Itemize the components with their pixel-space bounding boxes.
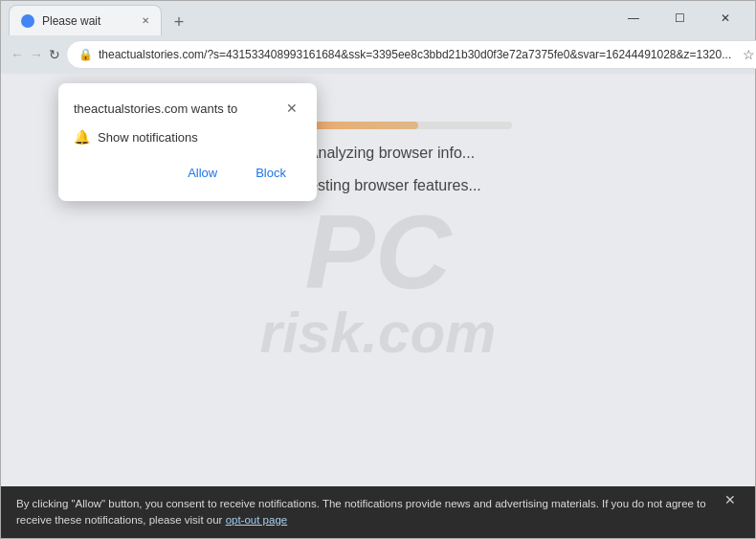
reload-button[interactable]: ↻ (49, 41, 60, 68)
bell-icon: 🔔 (74, 129, 90, 145)
watermark: PC risk.com (260, 199, 497, 362)
tab-bar: Please wait ✕ + (9, 1, 604, 35)
bottom-bar-close-button[interactable]: ✕ (721, 490, 740, 509)
favicon-circle (21, 14, 34, 28)
close-window-button[interactable]: ✕ (703, 4, 747, 33)
step2-label: Testing browser features... (301, 177, 481, 194)
browser-window: Please wait ✕ + — ☐ ✕ ← → ↻ 🔒 theactuals… (0, 0, 756, 539)
watermark-risk-text: risk.com (260, 304, 497, 362)
tab-favicon (21, 13, 36, 29)
bookmark-star-icon[interactable]: ☆ (737, 43, 756, 66)
popup-notification-row: 🔔 Show notifications (74, 129, 301, 145)
maximize-button[interactable]: ☐ (657, 4, 701, 33)
step1-label: Analyzing browser info... (308, 145, 475, 162)
url-text: theactualstories.com/?s=4315334089931616… (99, 48, 731, 61)
window-controls: — ☐ ✕ (611, 4, 747, 33)
lock-icon: 🔒 (78, 48, 93, 61)
forward-button[interactable]: → (30, 41, 43, 68)
title-bar: Please wait ✕ + — ☐ ✕ (1, 1, 755, 35)
page-content: PC risk.com Analyzing browser info... Te… (1, 74, 755, 486)
tab-close-button[interactable]: ✕ (138, 13, 153, 29)
popup-buttons: Allow Block (74, 160, 301, 186)
opt-out-link[interactable]: opt-out page (226, 514, 288, 526)
bottom-text-before-link: By clicking "Allow" button, you consent … (16, 498, 706, 526)
new-tab-button[interactable]: + (166, 9, 192, 35)
popup-site-text: theactualstories.com wants to (74, 101, 237, 116)
watermark-pc-text: PC (305, 199, 452, 304)
allow-button[interactable]: Allow (172, 160, 233, 186)
back-button[interactable]: ← (11, 41, 24, 68)
bottom-notification-bar: By clicking "Allow" button, you consent … (1, 486, 755, 538)
address-bar: ← → ↻ 🔒 theactualstories.com/?s=43153340… (1, 35, 755, 74)
block-button[interactable]: Block (240, 160, 301, 186)
bottom-bar-text: By clicking "Allow" button, you consent … (16, 496, 713, 529)
tab-title: Please wait (42, 14, 132, 28)
popup-close-button[interactable]: ✕ (282, 99, 301, 118)
minimize-button[interactable]: — (611, 4, 656, 33)
notification-popup: theactualstories.com wants to ✕ 🔔 Show n… (58, 83, 317, 201)
popup-notification-label: Show notifications (98, 130, 198, 145)
address-field[interactable]: 🔒 theactualstories.com/?s=43153340899316… (66, 40, 756, 69)
popup-header: theactualstories.com wants to ✕ (74, 99, 301, 118)
active-tab[interactable]: Please wait ✕ (9, 5, 162, 35)
